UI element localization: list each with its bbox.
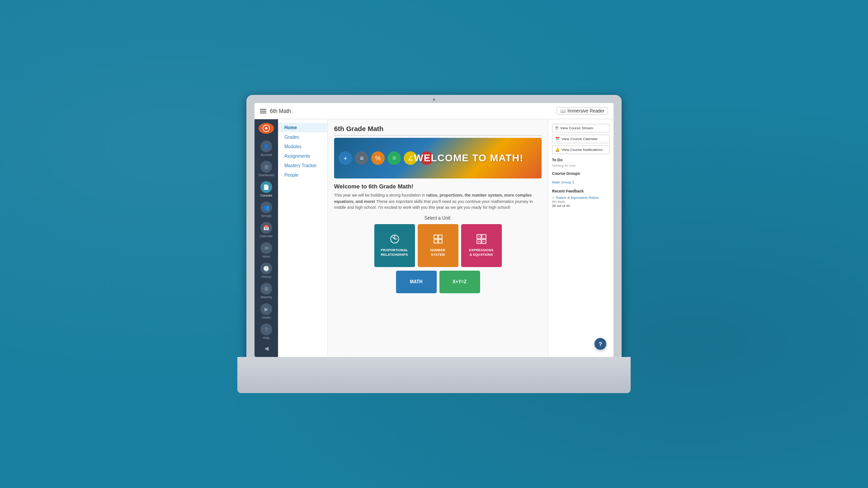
banner-text: WELCOME TO MATH! <box>414 152 524 164</box>
welcome-text: This year we will be building a strong f… <box>334 192 542 211</box>
view-course-notifications-button[interactable]: 🔔 View Course Notifications <box>552 145 610 154</box>
sidebar-item-courses[interactable]: 📄 Courses <box>255 179 278 199</box>
sidebar-inbox-label: Inbox <box>262 255 270 258</box>
sidebar-logo[interactable] <box>259 123 274 134</box>
sidebar-help-label: Help <box>263 336 269 339</box>
algebra-label: X+Y=Z <box>453 279 467 284</box>
sidebar-dashboard-label: Dashboard <box>259 174 274 177</box>
welcome-text-part1: This year we will be building a strong f… <box>334 193 426 197</box>
stream-icon: ☰ <box>555 126 558 130</box>
svg-text:-: - <box>483 235 485 238</box>
sidebar-item-mastery[interactable]: ⊞ Mastery <box>255 281 278 301</box>
feedback-check-icon: ✓ <box>552 196 555 200</box>
feedback-item: ✓ Ratios & Equivalent Ratios 6th Math 38… <box>552 196 610 208</box>
screen-bezel: 6th Math 📖 Immersive Reader <box>246 95 622 361</box>
units-grid-2: MATH X+Y=Z <box>334 271 542 293</box>
main-content: 6th Grade Math + ≡ % = ∠ × <box>328 119 548 357</box>
sidebar-collapse-button[interactable]: ◀ <box>259 343 273 353</box>
app-container: 6th Math 📖 Immersive Reader <box>255 103 613 357</box>
sidebar-item-dashboard[interactable]: ⊞ Dashboard <box>255 159 278 179</box>
help-fab-button[interactable]: ? <box>594 338 606 350</box>
studio-icon: ▶ <box>260 303 272 315</box>
sidebar-studio-label: Studio <box>262 316 271 319</box>
courses-icon: 📄 <box>260 181 272 193</box>
laptop-frame: 6th Math 📖 Immersive Reader <box>237 95 631 393</box>
number-system-label: NUMBERSYSTEM <box>430 248 445 257</box>
feedback-title-link[interactable]: Ratios & Equivalent Ratios <box>556 196 599 200</box>
view-course-stream-button[interactable]: ☰ View Course Stream <box>552 124 610 132</box>
sidebar-item-account[interactable]: 👤 Account <box>255 138 278 159</box>
immersive-reader-label: Immersive Reader <box>567 108 604 113</box>
book-icon: 📖 <box>560 108 566 113</box>
svg-rect-2 <box>434 235 438 239</box>
sidebar: 👤 Account ⊞ Dashboard 📄 Courses <box>255 119 278 357</box>
dashboard-icon: ⊞ <box>260 161 272 173</box>
expressions-icon: +-×÷ <box>476 234 486 246</box>
sidebar-mastery-label: Mastery <box>261 296 272 299</box>
sidebar-item-history[interactable]: 🕐 History <box>255 260 278 281</box>
expressions-label: EXPRESSIONS& EQUATIONS <box>469 248 494 257</box>
main-layout: 👤 Account ⊞ Dashboard 📄 Courses <box>255 119 613 357</box>
view-course-calendar-button[interactable]: 📅 View Course Calendar <box>552 135 610 143</box>
sidebar-account-label: Account <box>260 153 272 156</box>
banner-icon-percent: % <box>371 151 385 165</box>
help-icon: ? <box>260 324 272 335</box>
unit-card-algebra[interactable]: X+Y=Z <box>439 271 480 293</box>
banner-icon-plus: + <box>339 151 352 165</box>
top-bar-left: 6th Math <box>260 108 291 114</box>
proportional-label: PROPORTIONALRELATIONSHIPS <box>381 248 408 257</box>
immersive-reader-button[interactable]: 📖 Immersive Reader <box>557 107 608 115</box>
sidebar-courses-label: Courses <box>260 194 272 197</box>
nav-item-people[interactable]: People <box>278 170 327 180</box>
view-course-stream-label: View Course Stream <box>560 126 593 130</box>
todo-section-title: To Do <box>552 158 610 162</box>
math-label: MATH <box>410 279 422 284</box>
svg-text:÷: ÷ <box>483 240 485 243</box>
left-nav: Home Grades Modules Assignments Mastery … <box>278 119 328 357</box>
hamburger-menu-icon[interactable] <box>260 109 266 113</box>
unit-card-math[interactable]: MATH <box>396 271 437 293</box>
view-course-calendar-label: View Course Calendar <box>561 137 598 141</box>
banner-icon-equal: = <box>387 151 401 165</box>
sidebar-history-label: History <box>261 275 271 278</box>
bell-icon: 🔔 <box>555 148 560 152</box>
recent-feedback-title: Recent Feedback <box>552 189 610 193</box>
sidebar-item-calendar[interactable]: 📅 Calendar <box>255 220 278 240</box>
right-panel: ☰ View Course Stream 📅 View Course Calen… <box>548 119 613 357</box>
nav-item-grades[interactable]: Grades <box>278 132 327 142</box>
svg-text:×: × <box>478 240 480 243</box>
nav-item-modules[interactable]: Modules <box>278 142 327 151</box>
content-area: Home Grades Modules Assignments Mastery … <box>278 119 613 357</box>
unit-card-proportional[interactable]: PROPORTIONALRELATIONSHIPS <box>374 224 415 267</box>
unit-card-expressions[interactable]: +-×÷ EXPRESSIONS& EQUATIONS <box>461 224 502 267</box>
nav-item-mastery-tracker[interactable]: Mastery Tracker <box>278 161 327 170</box>
sidebar-bottom: ? Help ◀ <box>259 321 273 353</box>
sidebar-item-help[interactable]: ? Help <box>259 321 273 342</box>
sidebar-item-inbox[interactable]: ✉ Inbox <box>255 240 278 260</box>
groups-icon: 👥 <box>260 202 272 213</box>
math-group-link[interactable]: Math Group 3 <box>552 180 574 184</box>
unit-card-number-system[interactable]: NUMBERSYSTEM <box>418 224 458 267</box>
top-bar-title: 6th Math <box>270 108 291 114</box>
sidebar-item-studio[interactable]: ▶ Studio <box>255 301 278 321</box>
mastery-icon: ⊞ <box>260 283 272 295</box>
sidebar-calendar-label: Calendar <box>260 235 273 238</box>
view-course-notifications-label: View Course Notifications <box>561 148 603 152</box>
cal-icon: 📅 <box>555 137 560 141</box>
svg-rect-3 <box>439 235 442 239</box>
sidebar-groups-label: Groups <box>261 214 272 217</box>
units-grid: PROPORTIONALRELATIONSHIPS NUMBERSYSTEM <box>334 224 542 267</box>
sidebar-item-groups[interactable]: 👥 Groups <box>255 199 278 220</box>
help-fab-icon: ? <box>599 341 602 347</box>
nav-item-assignments[interactable]: Assignments <box>278 151 327 161</box>
proportional-icon <box>390 234 400 246</box>
nothing-for-now-text: Nothing for now <box>552 164 610 168</box>
laptop-screen: 6th Math 📖 Immersive Reader <box>255 103 613 357</box>
nav-item-home[interactable]: Home <box>278 123 327 132</box>
select-unit-label: Select a Unit: <box>334 216 542 221</box>
feedback-score: 38 out of 40 <box>552 204 610 208</box>
calendar-icon: 📅 <box>260 222 272 234</box>
course-groups-title: Course Groups <box>552 171 610 176</box>
svg-rect-5 <box>439 239 442 243</box>
feedback-course: 6th Math <box>552 200 610 204</box>
